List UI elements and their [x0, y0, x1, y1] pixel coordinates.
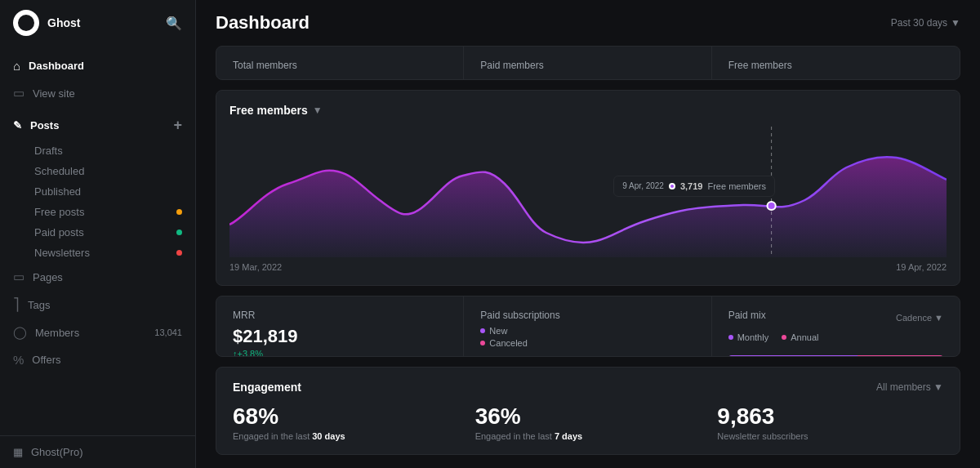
paid-posts-dot: [176, 230, 182, 235]
engagement-30d-bold: 30 days: [312, 431, 345, 441]
newsletter-subscribers-label: Newsletter subscribers: [717, 431, 943, 441]
legend-new-label: New: [489, 326, 507, 336]
engagement-chevron-icon: ▼: [933, 381, 943, 393]
chart-area: 9 Apr, 2022 3,719 Free members: [229, 127, 947, 257]
sidebar-item-scheduled[interactable]: Scheduled: [0, 161, 195, 181]
sidebar-item-published[interactable]: Published: [0, 181, 195, 202]
legend-monthly-label: Monthly: [737, 332, 769, 342]
sidebar-item-pages[interactable]: ▭ Pages: [0, 263, 195, 291]
free-members-chart-card: Free members ▼: [216, 90, 960, 286]
ghost-pro-label: Ghost(Pro): [31, 446, 83, 458]
sidebar-item-offers[interactable]: % Offers: [0, 346, 195, 373]
total-members-value: 13,041: [233, 74, 298, 80]
engagement-card: Engagement All members ▼ 68% Engaged in …: [216, 367, 960, 455]
paid-subs-legends: New Canceled: [480, 326, 694, 348]
sidebar-item-dashboard[interactable]: ⌂ Dashboard: [0, 52, 195, 79]
dashboard-content: Total members 13,041 ↑+4% Paid members 3…: [196, 46, 980, 468]
engagement-30d-sub: Engaged in the last 30 days: [233, 431, 459, 441]
chart-title: Free members: [229, 104, 308, 117]
paid-mix-card: Paid mix Cadence ▼ Monthly Annual: [712, 296, 960, 357]
posts-nav-parent[interactable]: ✎ Posts +: [0, 110, 195, 140]
posts-label: Posts: [30, 119, 59, 131]
paid-mix-legends: Monthly Annual: [728, 332, 943, 342]
paid-mix-progress-bar: [728, 355, 943, 357]
external-link-icon: ▭: [13, 86, 24, 100]
total-members-value-row: 13,041 ↑+4%: [233, 74, 447, 80]
posts-icon: ✎: [13, 119, 22, 131]
chart-date-end: 19 Apr, 2022: [896, 262, 947, 272]
cadence-label: Cadence: [896, 313, 932, 323]
free-members-label: Free members: [728, 60, 943, 71]
legend-monthly: Monthly: [728, 332, 769, 342]
metrics-row: MRR $21,819 ↑+3.8% Paid subscriptions Ne…: [216, 296, 960, 357]
pages-icon: ▭: [13, 270, 24, 284]
sidebar-item-free-posts[interactable]: Free posts: [0, 202, 195, 222]
legend-canceled-label: Canceled: [489, 338, 527, 348]
engagement-header: Engagement All members ▼: [233, 381, 943, 394]
search-icon[interactable]: 🔍: [166, 16, 182, 31]
add-post-icon[interactable]: +: [173, 117, 182, 134]
sidebar-item-members[interactable]: ◯ Members 13,041: [0, 319, 195, 346]
engagement-7d-bold: 7 days: [555, 431, 582, 441]
paid-members-label: Paid members: [480, 60, 694, 71]
legend-annual: Annual: [782, 332, 818, 342]
time-filter-button[interactable]: Past 30 days ▼: [891, 17, 960, 29]
mrr-change: ↑+3.8%: [233, 349, 447, 357]
chart-dropdown-icon[interactable]: ▼: [313, 105, 323, 116]
sidebar-item-view-site[interactable]: ▭ View site: [0, 79, 195, 107]
app-name: Ghost: [47, 16, 80, 29]
offers-icon: %: [13, 353, 24, 367]
engagement-stat-7-days: 36% Engaged in the last 7 days: [475, 403, 702, 441]
mrr-card: MRR $21,819 ↑+3.8%: [216, 296, 464, 357]
chart-header: Free members ▼: [229, 104, 947, 117]
paid-members-value-row: 3,207 ↑+1%: [480, 74, 694, 80]
paid-subscriptions-card: Paid subscriptions New Canceled: [464, 296, 711, 357]
paid-members-value: 3,207: [480, 74, 533, 80]
paid-mix-header: Paid mix Cadence ▼: [728, 310, 943, 326]
main-header: Dashboard Past 30 days ▼: [196, 0, 980, 46]
chart-date-start: 19 Mar, 2022: [229, 262, 282, 272]
sidebar-item-paid-posts[interactable]: Paid posts: [0, 222, 195, 243]
chevron-down-icon: ▼: [951, 17, 960, 29]
total-members-label: Total members: [233, 60, 447, 71]
tooltip-dot: [669, 183, 675, 189]
engagement-title: Engagement: [233, 381, 301, 394]
legend-new-dot: [480, 328, 485, 333]
newsletters-label: Newsletters: [34, 247, 90, 259]
engagement-7d-value: 36%: [475, 403, 702, 430]
all-members-filter[interactable]: All members ▼: [876, 381, 943, 393]
all-members-label: All members: [876, 381, 931, 393]
tags-icon: ⎤: [13, 297, 20, 312]
logo-area: Ghost: [13, 10, 80, 36]
main-content-area: Dashboard Past 30 days ▼ Total members 1…: [196, 0, 980, 468]
ghost-pro-icon: ▦: [13, 446, 23, 458]
members-count: 13,041: [154, 328, 182, 337]
sidebar-item-newsletters[interactable]: Newsletters: [0, 243, 195, 263]
home-icon: ⌂: [13, 59, 20, 73]
mrr-value: $21,819: [233, 326, 447, 347]
legend-monthly-dot: [728, 335, 733, 340]
sidebar-item-drafts[interactable]: Drafts: [0, 140, 195, 161]
paid-mix-label: Paid mix: [728, 310, 766, 321]
cadence-button[interactable]: Cadence ▼: [896, 313, 943, 323]
mrr-label: MRR: [233, 310, 447, 321]
paid-subscriptions-label: Paid subscriptions: [480, 310, 694, 321]
sidebar-header: Ghost 🔍: [0, 0, 195, 46]
free-members-card: Free members 9,834 ↑+8%: [712, 47, 960, 80]
free-members-value-row: 9,834 ↑+8%: [728, 74, 943, 80]
sidebar-item-tags[interactable]: ⎤ Tags: [0, 291, 195, 319]
newsletter-subscribers-value: 9,863: [717, 403, 943, 430]
paid-members-card: Paid members 3,207 ↑+1%: [464, 47, 711, 80]
chart-tooltip: 9 Apr, 2022 3,719 Free members: [613, 176, 775, 197]
page-title: Dashboard: [216, 12, 310, 33]
paid-subs-bar-chart: [480, 354, 694, 357]
ghost-pro-item[interactable]: ▦ Ghost(Pro): [13, 446, 182, 458]
posts-nav-parent-left: ✎ Posts: [13, 119, 59, 131]
posts-section: ✎ Posts + Drafts Scheduled Published Fre…: [0, 110, 195, 263]
engagement-7d-sub: Engaged in the last 7 days: [475, 431, 702, 441]
offers-label: Offers: [32, 354, 60, 366]
members-icon: ◯: [13, 325, 27, 340]
logo-inner: [18, 15, 34, 31]
tooltip-value: 3,719: [680, 181, 703, 191]
time-filter-label: Past 30 days: [891, 17, 947, 29]
